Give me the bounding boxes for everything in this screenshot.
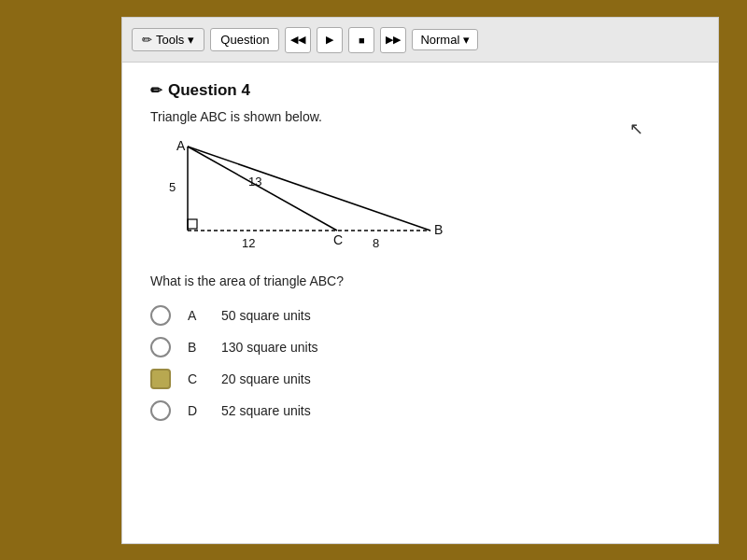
choice-a-text: 50 square units xyxy=(221,308,311,323)
choice-b-text: 130 square units xyxy=(221,340,318,355)
rewind-icon: ◀◀ xyxy=(290,34,305,46)
tools-label: Tools xyxy=(156,33,184,47)
choice-d-letter: D xyxy=(188,403,204,418)
svg-line-3 xyxy=(188,147,337,231)
vertex-b-label: B xyxy=(434,222,443,237)
triangle-svg: A B C 5 13 12 8 xyxy=(160,137,458,259)
speed-chevron-icon: ▾ xyxy=(463,33,470,47)
side-5-label: 5 xyxy=(169,180,176,194)
area-question: What is the area of triangle ABC? xyxy=(150,273,690,288)
triangle-diagram: A B C 5 13 12 8 xyxy=(160,137,458,259)
base-12-label: 12 xyxy=(242,236,255,250)
question-pencil-icon: ✏ xyxy=(150,82,162,99)
speed-label: Normal xyxy=(420,33,459,47)
speed-select[interactable]: Normal ▾ xyxy=(412,29,478,50)
content-area: ✏ Question 4 Triangle ABC is shown below… xyxy=(122,63,718,543)
stop-icon: ■ xyxy=(359,35,365,46)
rewind-button[interactable]: ◀◀ xyxy=(285,27,311,53)
question-label: Question xyxy=(220,33,269,47)
toolbar: ✏ Tools ▾ Question ◀◀ ▶ ■ ▶▶ Normal ▾ xyxy=(122,18,718,63)
answer-choices: A 50 square units B 130 square units C 2… xyxy=(150,305,690,421)
choice-d[interactable]: D 52 square units xyxy=(150,400,690,421)
play-icon: ▶ xyxy=(326,34,333,46)
choice-c-text: 20 square units xyxy=(221,371,311,386)
choice-c-letter: C xyxy=(188,371,204,386)
pencil-icon: ✏ xyxy=(142,33,152,47)
radio-c[interactable] xyxy=(150,369,171,389)
choice-b[interactable]: B 130 square units xyxy=(150,337,690,357)
tools-button[interactable]: ✏ Tools ▾ xyxy=(132,28,204,51)
seg-8-label: 8 xyxy=(373,236,379,250)
question-header: ✏ Question 4 xyxy=(150,81,690,100)
choice-a[interactable]: A 50 square units xyxy=(150,305,690,326)
svg-line-0 xyxy=(188,147,430,231)
question-button[interactable]: Question xyxy=(210,28,279,51)
stop-button[interactable]: ■ xyxy=(348,27,374,53)
tools-chevron-icon: ▾ xyxy=(188,33,194,47)
choice-d-text: 52 square units xyxy=(221,403,311,418)
radio-a[interactable] xyxy=(150,305,171,326)
radio-d[interactable] xyxy=(150,400,171,421)
side-13-label: 13 xyxy=(248,175,261,189)
choice-b-letter: B xyxy=(188,340,204,355)
vertex-c-label: C xyxy=(333,232,343,247)
vertex-a-label: A xyxy=(176,138,186,153)
question-description: Triangle ABC is shown below. xyxy=(150,109,690,124)
play-button[interactable]: ▶ xyxy=(317,27,343,53)
fast-forward-icon: ▶▶ xyxy=(386,34,401,46)
svg-rect-4 xyxy=(188,219,197,229)
question-number: Question 4 xyxy=(168,81,250,100)
fast-forward-button[interactable]: ▶▶ xyxy=(380,27,406,53)
radio-b[interactable] xyxy=(150,337,171,357)
choice-c[interactable]: C 20 square units xyxy=(150,369,690,389)
choice-a-letter: A xyxy=(188,308,204,323)
